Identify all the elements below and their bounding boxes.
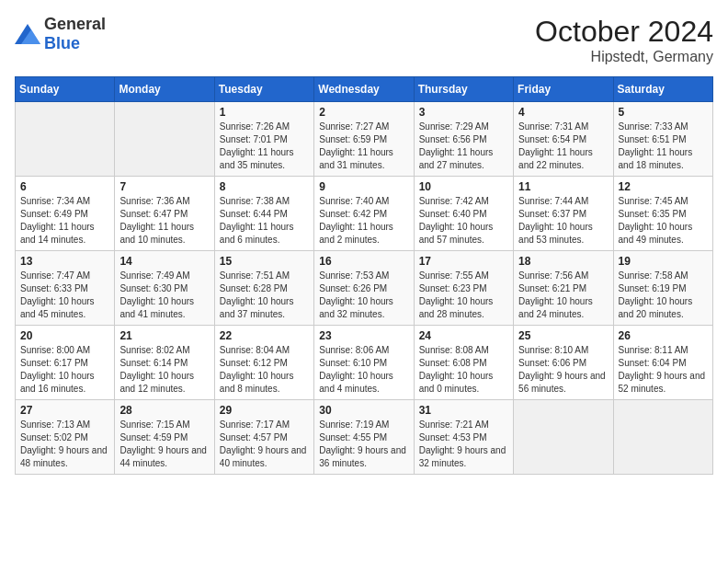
cell-detail: Sunrise: 8:02 AM Sunset: 6:14 PM Dayligh… [119,344,209,396]
cell-detail: Sunrise: 8:11 AM Sunset: 6:04 PM Dayligh… [619,344,708,396]
day-number: 22 [220,329,309,342]
calendar-cell: 12Sunrise: 7:45 AM Sunset: 6:35 PM Dayli… [613,177,712,251]
day-number: 6 [20,180,109,193]
calendar-cell: 22Sunrise: 8:04 AM Sunset: 6:12 PM Dayli… [214,326,313,400]
calendar-cell: 11Sunrise: 7:44 AM Sunset: 6:37 PM Dayli… [514,177,613,251]
calendar-cell: 16Sunrise: 7:53 AM Sunset: 6:26 PM Dayli… [314,251,414,326]
header-monday: Monday [115,77,214,102]
cell-detail: Sunrise: 7:47 AM Sunset: 6:33 PM Dayligh… [20,270,109,321]
cell-detail: Sunrise: 7:38 AM Sunset: 6:44 PM Dayligh… [220,195,309,247]
day-number: 4 [518,106,608,119]
calendar-cell: 4Sunrise: 7:31 AM Sunset: 6:54 PM Daylig… [514,102,613,177]
calendar-cell: 13Sunrise: 7:47 AM Sunset: 6:33 PM Dayli… [16,251,115,326]
calendar-cell: 30Sunrise: 7:19 AM Sunset: 4:55 PM Dayli… [314,400,414,475]
calendar-cell: 3Sunrise: 7:29 AM Sunset: 6:56 PM Daylig… [414,102,513,177]
calendar-cell: 21Sunrise: 8:02 AM Sunset: 6:14 PM Dayli… [115,326,214,400]
header-sunday: Sunday [16,77,115,102]
calendar-cell: 6Sunrise: 7:34 AM Sunset: 6:49 PM Daylig… [16,177,115,251]
calendar-cell [115,102,214,177]
cell-detail: Sunrise: 7:49 AM Sunset: 6:30 PM Dayligh… [119,270,209,321]
cell-detail: Sunrise: 7:13 AM Sunset: 5:02 PM Dayligh… [20,419,109,470]
cell-detail: Sunrise: 7:31 AM Sunset: 6:54 PM Dayligh… [518,121,608,172]
cell-detail: Sunrise: 7:55 AM Sunset: 6:23 PM Dayligh… [419,270,508,321]
header-tuesday: Tuesday [214,77,313,102]
calendar-cell: 27Sunrise: 7:13 AM Sunset: 5:02 PM Dayli… [16,400,115,475]
cell-detail: Sunrise: 7:42 AM Sunset: 6:40 PM Dayligh… [419,195,508,247]
calendar-cell: 1Sunrise: 7:26 AM Sunset: 7:01 PM Daylig… [214,102,313,177]
cell-detail: Sunrise: 7:34 AM Sunset: 6:49 PM Dayligh… [20,195,109,247]
calendar-header-row: Sunday Monday Tuesday Wednesday Thursday… [16,77,713,102]
logo-text: General Blue [44,15,106,53]
calendar-cell: 25Sunrise: 8:10 AM Sunset: 6:06 PM Dayli… [514,326,613,400]
day-number: 24 [419,329,508,342]
day-number: 2 [319,106,408,119]
cell-detail: Sunrise: 7:29 AM Sunset: 6:56 PM Dayligh… [419,121,508,172]
day-number: 26 [619,329,708,342]
calendar-cell: 15Sunrise: 7:51 AM Sunset: 6:28 PM Dayli… [214,251,313,326]
calendar-cell: 18Sunrise: 7:56 AM Sunset: 6:21 PM Dayli… [514,251,613,326]
day-number: 21 [119,329,209,342]
calendar-cell [514,400,613,475]
calendar-cell: 23Sunrise: 8:06 AM Sunset: 6:10 PM Dayli… [314,326,414,400]
cell-detail: Sunrise: 7:26 AM Sunset: 7:01 PM Dayligh… [220,121,309,172]
cell-detail: Sunrise: 7:36 AM Sunset: 6:47 PM Dayligh… [119,195,209,247]
day-number: 12 [619,180,708,193]
cell-detail: Sunrise: 7:33 AM Sunset: 6:51 PM Dayligh… [619,121,708,172]
calendar-cell: 17Sunrise: 7:55 AM Sunset: 6:23 PM Dayli… [414,251,513,326]
calendar-cell: 31Sunrise: 7:21 AM Sunset: 4:53 PM Dayli… [414,400,513,475]
logo: General Blue [15,15,106,53]
calendar-cell: 24Sunrise: 8:08 AM Sunset: 6:08 PM Dayli… [414,326,513,400]
day-number: 20 [20,329,109,342]
calendar-cell: 5Sunrise: 7:33 AM Sunset: 6:51 PM Daylig… [613,102,712,177]
day-number: 11 [518,180,608,193]
day-number: 14 [119,255,209,268]
day-number: 10 [419,180,508,193]
day-number: 25 [518,329,608,342]
calendar-table: Sunday Monday Tuesday Wednesday Thursday… [15,76,713,475]
calendar-cell: 9Sunrise: 7:40 AM Sunset: 6:42 PM Daylig… [314,177,414,251]
day-number: 27 [20,404,109,417]
calendar-cell: 7Sunrise: 7:36 AM Sunset: 6:47 PM Daylig… [115,177,214,251]
header-friday: Friday [514,77,613,102]
logo-icon [15,24,40,44]
cell-detail: Sunrise: 7:53 AM Sunset: 6:26 PM Dayligh… [319,270,408,321]
calendar-cell: 29Sunrise: 7:17 AM Sunset: 4:57 PM Dayli… [214,400,313,475]
cell-detail: Sunrise: 8:04 AM Sunset: 6:12 PM Dayligh… [220,344,309,396]
day-number: 13 [20,255,109,268]
cell-detail: Sunrise: 7:44 AM Sunset: 6:37 PM Dayligh… [518,195,608,247]
day-number: 5 [619,106,708,119]
header-saturday: Saturday [613,77,712,102]
title-block: October 2024 Hipstedt, Germany [535,15,713,65]
day-number: 7 [119,180,209,193]
logo-general: General [44,15,106,33]
calendar-cell [16,102,115,177]
location-title: Hipstedt, Germany [535,49,713,65]
day-number: 23 [319,329,408,342]
month-title: October 2024 [535,15,713,49]
page-header: General Blue October 2024 Hipstedt, Germ… [15,15,713,65]
cell-detail: Sunrise: 7:19 AM Sunset: 4:55 PM Dayligh… [319,419,408,470]
cell-detail: Sunrise: 8:08 AM Sunset: 6:08 PM Dayligh… [419,344,508,396]
cell-detail: Sunrise: 7:51 AM Sunset: 6:28 PM Dayligh… [220,270,309,321]
day-number: 1 [220,106,309,119]
day-number: 9 [319,180,408,193]
calendar-cell: 10Sunrise: 7:42 AM Sunset: 6:40 PM Dayli… [414,177,513,251]
day-number: 17 [419,255,508,268]
calendar-cell: 8Sunrise: 7:38 AM Sunset: 6:44 PM Daylig… [214,177,313,251]
calendar-week-3: 13Sunrise: 7:47 AM Sunset: 6:33 PM Dayli… [16,251,713,326]
calendar-week-5: 27Sunrise: 7:13 AM Sunset: 5:02 PM Dayli… [16,400,713,475]
cell-detail: Sunrise: 8:06 AM Sunset: 6:10 PM Dayligh… [319,344,408,396]
calendar-cell: 26Sunrise: 8:11 AM Sunset: 6:04 PM Dayli… [613,326,712,400]
calendar-week-1: 1Sunrise: 7:26 AM Sunset: 7:01 PM Daylig… [16,102,713,177]
header-wednesday: Wednesday [314,77,414,102]
calendar-week-2: 6Sunrise: 7:34 AM Sunset: 6:49 PM Daylig… [16,177,713,251]
cell-detail: Sunrise: 7:17 AM Sunset: 4:57 PM Dayligh… [220,419,309,470]
header-thursday: Thursday [414,77,513,102]
cell-detail: Sunrise: 7:56 AM Sunset: 6:21 PM Dayligh… [518,270,608,321]
day-number: 19 [619,255,708,268]
cell-detail: Sunrise: 7:40 AM Sunset: 6:42 PM Dayligh… [319,195,408,247]
cell-detail: Sunrise: 8:10 AM Sunset: 6:06 PM Dayligh… [518,344,608,396]
calendar-cell: 14Sunrise: 7:49 AM Sunset: 6:30 PM Dayli… [115,251,214,326]
day-number: 16 [319,255,408,268]
day-number: 8 [220,180,309,193]
